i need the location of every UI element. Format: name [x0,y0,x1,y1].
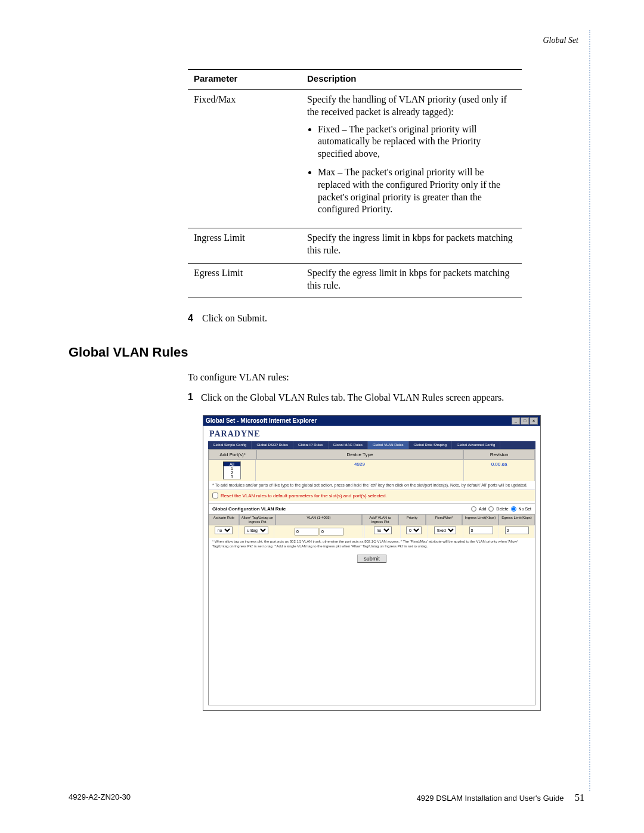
port-note: * To add modules and/or ports of like ty… [209,481,535,490]
device-type-value: 4929 [256,460,464,481]
rh-vlan: VLAN (1-4095) [275,514,362,525]
close-icon[interactable]: × [530,417,538,425]
page-footer: 4929-A2-ZN20-30 4929 DSLAM Installation … [69,792,584,803]
rh-addvlan: Add³ VLAN to Ingress Pkt [362,514,398,525]
table-row: Fixed/Max Specify the handling of VLAN p… [188,90,522,228]
decorative-dotted-border [587,30,590,791]
radio-add[interactable] [471,506,476,512]
window-controls[interactable]: _□× [511,417,538,425]
radio-delete[interactable] [488,506,494,512]
tab-simple-config[interactable]: Global Simple Config [208,441,252,449]
input-vlan1[interactable] [295,528,318,535]
footer-doc-code: 4929-A2-ZN20-30 [69,792,131,803]
rh-priority: Priority [398,514,426,525]
submit-button[interactable]: submit [357,555,386,563]
embedded-screenshot: Global Set - Microsoft Internet Explorer… [203,415,541,711]
section-heading: Global VLAN Rules [69,345,584,360]
tab-rate-shaping[interactable]: Global Rate Shaping [409,441,452,449]
rule-section-title: Global Configuration VLAN Rule [212,506,286,512]
th-description: Description [301,70,522,90]
step-1: 1 Click on the Global VLAN Rules tab. Th… [188,392,584,404]
select-allow[interactable]: untag [244,527,268,534]
reset-checkbox[interactable] [212,493,218,498]
parameter-table: Parameter Description Fixed/Max Specify … [188,69,522,298]
table-row: Egress Limit Specify the egress limit in… [188,263,522,298]
tab-ip-rules[interactable]: Global IP Rules [293,441,329,449]
radio-noset[interactable] [511,506,516,512]
select-priority[interactable]: 0 [406,527,422,534]
intro-text: To configure VLAN rules: [188,372,584,383]
rh-egress: Egress Limit(Kbps) [499,514,535,525]
col-device-type: Device Type [256,450,463,460]
reset-label: Reset the VLAN rules to default paramete… [221,493,387,498]
tab-vlan-rules[interactable]: Global VLAN Rules [368,441,409,449]
minimize-icon[interactable]: _ [512,417,520,425]
footer-doc-title: 4929 DSLAM Installation and User's Guide [417,794,564,803]
th-parameter: Parameter [188,70,301,90]
rule-footnotes: ¹ When allow tag on ingress pkt, the por… [209,538,535,551]
select-fixedmax[interactable]: fixed [434,527,456,534]
col-add-ports: Add Port(s)* [209,450,256,460]
brand-logo: PARADYNE [203,426,540,439]
maximize-icon[interactable]: □ [521,417,529,425]
port-select[interactable]: All 1 2 3 [223,462,241,479]
rh-activate: Activate Rule [209,514,239,525]
tab-bar: Global Simple Config Global DSCP Rules G… [208,441,535,449]
bullet-max: Max – The packet's original priority wil… [318,166,516,216]
select-activate[interactable]: no [215,527,233,534]
col-revision: Revision [463,450,535,460]
param-egress: Egress Limit [188,263,301,298]
bullet-fixed: Fixed – The packet's original priority w… [318,123,516,160]
desc-egress: Specify the egress limit in kbps for pac… [301,263,522,298]
desc-ingress: Specify the ingress limit in kbps for pa… [301,228,522,264]
revision-value: 0.00.ea [464,460,535,481]
rh-allow: Allow¹ Tag/Untag on Ingress Pkt [239,514,275,525]
header-section-name: Global Set [69,36,584,45]
param-ingress: Ingress Limit [188,228,301,264]
table-row: Ingress Limit Specify the ingress limit … [188,228,522,264]
window-title: Global Set - Microsoft Internet Explorer [206,417,317,424]
input-vlan2[interactable] [320,528,343,535]
window-titlebar: Global Set - Microsoft Internet Explorer… [203,416,540,426]
input-egress[interactable] [505,527,529,534]
tab-advanced-config[interactable]: Global Advanced Config [452,441,500,449]
desc-fixedmax: Specify the handling of VLAN priority (u… [301,90,522,228]
rh-fixedmax: Fixed/Max² [426,514,462,525]
rh-ingress: Ingress Limit(Kbps) [462,514,499,525]
step-4: 4 Click on Submit. [188,313,584,324]
param-fixedmax: Fixed/Max [188,90,301,228]
footer-page-number: 51 [575,792,584,803]
tab-mac-rules[interactable]: Global MAC Rules [329,441,368,449]
select-addvlan[interactable]: no [374,527,392,534]
tab-dscp-rules[interactable]: Global DSCP Rules [252,441,293,449]
input-ingress[interactable] [469,527,493,534]
